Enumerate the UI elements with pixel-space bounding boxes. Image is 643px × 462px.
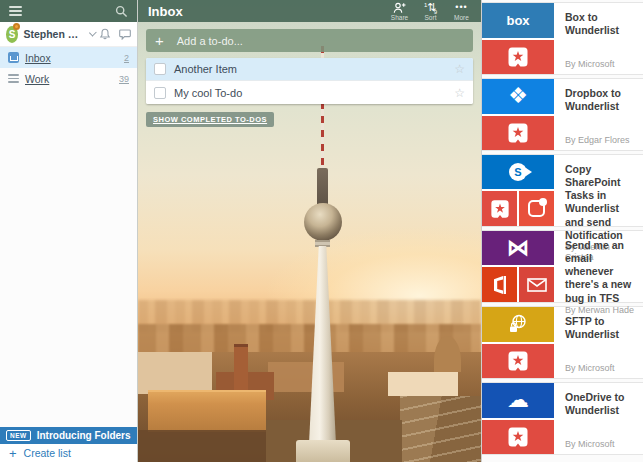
integration-title: Send me an email whenever there's a new … [565, 239, 637, 305]
checkbox[interactable] [154, 63, 166, 75]
todo-title: My cool To-do [174, 87, 242, 99]
star-icon[interactable]: ☆ [454, 87, 465, 99]
integration-title: Dropbox to Wunderlist [565, 87, 637, 113]
integration-card[interactable]: box Box to Wunderlist By Microsoft [482, 2, 643, 75]
share-person-icon [393, 2, 406, 14]
box-icon: box [482, 3, 554, 38]
wunderlist-icon [482, 191, 517, 226]
sidebar-item-work[interactable]: Work 39 [0, 68, 137, 89]
add-todo-placeholder: Add a to-do... [177, 35, 243, 47]
integration-byline: By Edgar Flores [565, 135, 637, 145]
hamburger-menu-icon[interactable] [9, 6, 22, 16]
chevron-down-icon[interactable] [89, 29, 97, 37]
create-list-button[interactable]: + Create list [0, 444, 137, 462]
visual-studio-icon: ⋈ [482, 231, 554, 265]
integration-title: Box to Wunderlist [565, 11, 637, 37]
list-label: Inbox [25, 52, 51, 64]
plus-icon: + [9, 447, 17, 460]
wunderlist-icon [482, 116, 554, 151]
integration-card[interactable]: S Copy SharePoint Tasks in Wunderlist an… [482, 154, 643, 227]
inbox-icon [8, 52, 19, 63]
mail-icon [519, 267, 554, 302]
sidebar-item-inbox[interactable]: Inbox 2 [0, 47, 137, 68]
onedrive-cloud-icon: ☁ [482, 383, 554, 418]
sidebar-header [0, 0, 137, 22]
integration-card[interactable]: ⋈ Se [482, 230, 643, 303]
list-header: Inbox Share 1 ⇅ 9 [138, 0, 481, 22]
notification-badge [13, 23, 20, 30]
list-count: 2 [124, 53, 129, 63]
avatar: S [6, 26, 18, 43]
integration-card[interactable]: SFTP to Wunderlist By Microsoft [482, 306, 643, 379]
search-icon[interactable] [115, 5, 128, 18]
list-count: 39 [119, 74, 129, 84]
show-completed-button[interactable]: SHOW COMPLETED TO-DOS [146, 112, 274, 127]
star-icon[interactable]: ☆ [454, 63, 465, 75]
more-button[interactable]: ••• More [448, 2, 475, 21]
todo-row[interactable]: Another Item ☆ [146, 58, 473, 81]
integration-title: OneDrive to Wunderlist [565, 391, 637, 417]
sort-button[interactable]: 1 ⇅ 9 Sort [417, 2, 444, 21]
list-icon [8, 73, 19, 84]
main-content: Inbox Share 1 ⇅ 9 [138, 0, 481, 462]
share-button[interactable]: Share [386, 2, 413, 21]
sharepoint-icon: S [482, 155, 554, 189]
new-badge: NEW [6, 430, 31, 441]
office-icon [482, 267, 517, 302]
add-todo-input[interactable]: + Add a to-do... [146, 29, 473, 52]
sidebar: S Stephen Sicilia... Inbox 2 Work [0, 0, 138, 462]
integration-card[interactable]: ❖ Dropbox to Wunderlist By Edgar Flores [482, 78, 643, 151]
integration-title: Copy SharePoint Tasks in Wunderlist and … [565, 163, 637, 242]
page-title: Inbox [148, 4, 183, 19]
integration-byline: By Microsoft [565, 59, 637, 69]
wunderlist-icon [482, 420, 554, 455]
integration-card[interactable]: ☁ OneDrive to Wunderlist By Microsoft [482, 382, 643, 455]
wunderlist-icon [482, 40, 554, 75]
user-name: Stephen Sicilia... [23, 28, 84, 40]
bell-icon[interactable] [99, 28, 111, 40]
more-icon: ••• [455, 2, 467, 14]
notification-icon [519, 191, 554, 226]
checkbox[interactable] [154, 87, 166, 99]
user-account-row[interactable]: S Stephen Sicilia... [0, 22, 137, 47]
integration-title: SFTP to Wunderlist [565, 315, 637, 341]
folders-announcement-label: Introducing Folders [37, 430, 131, 441]
todo-title: Another Item [174, 63, 237, 75]
sort-icon: 1 ⇅ 9 [424, 2, 437, 14]
create-list-label: Create list [24, 447, 71, 459]
chat-bubble-icon[interactable] [119, 29, 131, 40]
todo-list: Another Item ☆ My cool To-do ☆ [146, 58, 473, 104]
list-label: Work [25, 73, 49, 85]
introducing-folders-banner[interactable]: NEW Introducing Folders [0, 427, 137, 444]
sftp-globe-lock-icon [482, 307, 554, 342]
wunderlist-app: S Stephen Sicilia... Inbox 2 Work [0, 0, 643, 462]
integrations-panel: box Box to Wunderlist By Microsoft ❖ Dro… [481, 0, 643, 462]
integration-byline: By Microsoft [565, 363, 637, 373]
wunderlist-icon [482, 344, 554, 379]
integration-byline: By Microsoft [565, 439, 637, 449]
dropbox-icon: ❖ [482, 79, 554, 114]
todo-row[interactable]: My cool To-do ☆ [146, 81, 473, 104]
plus-icon: + [155, 33, 164, 48]
